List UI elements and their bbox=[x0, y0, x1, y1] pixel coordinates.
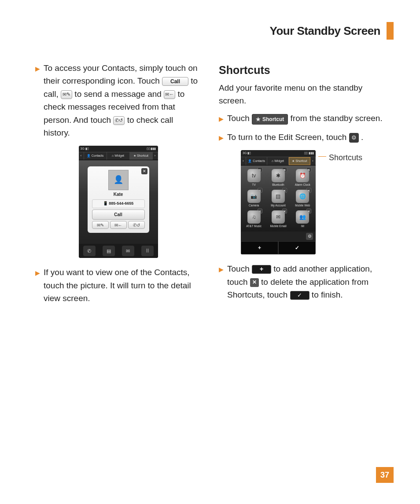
tab-shortcut[interactable]: ★Shortcut bbox=[130, 152, 153, 160]
bullet-text: To turn to the Edit Screen, touch ⚙ . bbox=[227, 131, 385, 143]
star-icon: ★ bbox=[256, 115, 261, 124]
app-label: Camera bbox=[243, 203, 265, 208]
tab-contacts[interactable]: 👤Contacts bbox=[84, 152, 107, 160]
contact-name: Kate bbox=[90, 191, 147, 198]
shortcut-app-my-account[interactable]: ✕▤My Account bbox=[267, 189, 289, 208]
bullet-arrow-icon: ▶ bbox=[219, 265, 224, 301]
call-history-icon[interactable]: ✆↺ bbox=[113, 116, 125, 125]
phone-tab-bar: ‹ 👤Contacts ⌂Widget ★Shortcut › bbox=[241, 157, 316, 166]
callout-label: Shortcuts bbox=[329, 152, 362, 164]
shortcut-app-bluetooth[interactable]: ✕✱Bluetooth bbox=[267, 168, 289, 187]
dock-calendar-icon[interactable]: ▤ bbox=[103, 246, 115, 256]
tab-arrow-right-icon[interactable]: › bbox=[153, 152, 158, 160]
app-label: TV bbox=[243, 183, 265, 187]
contact-photo[interactable]: 👤 bbox=[108, 170, 129, 190]
shortcuts-intro: Add your favorite menu on the standby sc… bbox=[219, 81, 385, 107]
phone-screenshot-shortcuts: 3G ▮▯ ▯▯ ▮▮▮ ‹ 👤Contacts ⌂Widget ★Shortc… bbox=[241, 150, 316, 254]
shortcut-app-tv[interactable]: ✕tvTV bbox=[243, 168, 265, 187]
plus-icon[interactable]: + bbox=[252, 265, 271, 274]
app-label: Mobile Web bbox=[291, 203, 314, 208]
phone-screenshot-contact: 3G ▮▯ ▯▯ ▮▮▮ ‹ 👤Contacts ⌂Widget ★Shortc… bbox=[79, 146, 158, 258]
bullet-text: Touch ★ Shortcut from the standby screen… bbox=[227, 112, 385, 125]
app-icon: ✱ bbox=[272, 169, 285, 182]
phone-bottom-bar: + ✓ bbox=[241, 241, 316, 255]
shortcut-app-camera[interactable]: ✕📷Camera bbox=[243, 189, 265, 208]
close-icon[interactable]: ✕ bbox=[141, 168, 147, 174]
callout-line bbox=[318, 156, 326, 157]
tab-widget[interactable]: ⌂Widget bbox=[107, 152, 130, 160]
phone-status-bar: 3G ▮▯ ▯▯ ▮▮▮ bbox=[241, 150, 316, 157]
shortcut-app-at-t-music[interactable]: ✕♫AT&T Music bbox=[243, 210, 265, 228]
call-history-icon[interactable]: ✆↺ bbox=[128, 221, 145, 229]
text-fragment: to finish. bbox=[312, 290, 343, 299]
phone-body: ✕tvTV✕✱Bluetooth✕⏰Alarm Clock✕📷Camera✕▤M… bbox=[241, 166, 316, 231]
check-icon[interactable]: ✓ bbox=[290, 291, 309, 300]
content-columns: ▶ To access your Contacts, simply touch … bbox=[35, 62, 385, 311]
tab-shortcut-selected[interactable]: ★Shortcut bbox=[289, 157, 310, 166]
text-fragment: Touch bbox=[227, 114, 252, 123]
received-message-icon[interactable]: ✉← bbox=[110, 221, 127, 229]
app-icon: tv bbox=[247, 169, 261, 182]
bullet-touch-shortcut: ▶ Touch ★ Shortcut from the standby scre… bbox=[219, 112, 385, 125]
shortcut-grid: ✕tvTV✕✱Bluetooth✕⏰Alarm Clock✕📷Camera✕▤M… bbox=[243, 168, 314, 228]
right-column: Shortcuts Add your favorite menu on the … bbox=[219, 62, 385, 311]
shortcut-app-mobile-email[interactable]: ✕✉Mobile Email bbox=[267, 210, 289, 228]
bullet-edit-screen: ▶ To turn to the Edit Screen, touch ⚙ . bbox=[219, 131, 385, 143]
bullet-text: Touch + to add another application, touc… bbox=[227, 262, 385, 301]
dock-message-icon[interactable]: ✉ bbox=[122, 246, 134, 256]
app-label: My Account bbox=[267, 203, 289, 208]
shortcuts-heading: Shortcuts bbox=[219, 62, 385, 79]
gear-icon[interactable]: ⚙ bbox=[349, 133, 359, 143]
bullet-add-delete-finish: ▶ Touch + to add another application, to… bbox=[219, 262, 385, 301]
page-title: Your Standby Screen bbox=[269, 24, 380, 38]
phone-screenshot-shortcuts-wrap: 3G ▮▯ ▯▯ ▮▮▮ ‹ 👤Contacts ⌂Widget ★Shortc… bbox=[241, 150, 385, 254]
shortcut-app-mobile-web[interactable]: ✕🌐Mobile Web bbox=[291, 189, 314, 208]
contact-number: 📱 885-544-6655 bbox=[92, 199, 145, 208]
app-icon: ⏰ bbox=[296, 169, 309, 182]
send-message-icon[interactable]: ✉✎ bbox=[92, 221, 109, 229]
text-fragment: from the standby screen. bbox=[291, 114, 383, 123]
call-button-inline[interactable]: Call bbox=[162, 77, 188, 86]
tab-contacts[interactable]: 👤Contacts bbox=[246, 157, 267, 166]
add-button[interactable]: + bbox=[241, 241, 278, 255]
app-icon: 📷 bbox=[247, 190, 261, 203]
left-column: ▶ To access your Contacts, simply touch … bbox=[35, 62, 201, 311]
contact-call-button[interactable]: Call bbox=[92, 210, 145, 220]
app-icon: ♫ bbox=[247, 210, 261, 224]
bullet-contacts-access: ▶ To access your Contacts, simply touch … bbox=[35, 62, 201, 140]
phone-status-bar: 3G ▮▯ ▯▯ ▮▮▮ bbox=[79, 146, 158, 152]
tab-arrow-left-icon[interactable]: ‹ bbox=[241, 157, 246, 166]
status-left: 3G ▮▯ bbox=[81, 147, 89, 151]
text-fragment: To turn to the Edit Screen, touch bbox=[227, 132, 349, 142]
phone-tab-bar: ‹ 👤Contacts ⌂Widget ★Shortcut › bbox=[79, 152, 158, 160]
shortcut-tab-button[interactable]: ★ Shortcut bbox=[252, 114, 288, 125]
contact-card: ✕ 👤 Kate 📱 885-544-6655 Call ✉✎ ✉← ✆↺ bbox=[88, 166, 149, 233]
tab-widget[interactable]: ⌂Widget bbox=[267, 157, 288, 166]
shortcut-app-im[interactable]: ✕👥IM bbox=[291, 210, 314, 228]
bullet-arrow-icon: ▶ bbox=[219, 133, 224, 143]
done-button[interactable]: ✓ bbox=[278, 241, 316, 255]
send-message-icon[interactable]: ✉✎ bbox=[61, 90, 72, 99]
delete-x-icon[interactable]: ✕ bbox=[250, 278, 259, 287]
app-label: Mobile Email bbox=[267, 224, 289, 228]
received-message-icon[interactable]: ✉← bbox=[164, 90, 175, 99]
gear-row: ⚙ bbox=[241, 232, 316, 241]
tab-arrow-right-icon[interactable]: › bbox=[310, 157, 316, 166]
bullet-arrow-icon: ▶ bbox=[219, 114, 224, 125]
gear-icon[interactable]: ⚙ bbox=[306, 233, 313, 240]
shortcut-app-alarm-clock[interactable]: ✕⏰Alarm Clock bbox=[291, 168, 314, 187]
phone-dock: ✆ ▤ ✉ ⠿ bbox=[79, 244, 158, 258]
app-icon: 🌐 bbox=[296, 190, 309, 203]
dock-phone-icon[interactable]: ✆ bbox=[83, 246, 96, 256]
status-left: 3G ▮▯ bbox=[243, 151, 251, 156]
status-right: ▯▯ ▮▮▮ bbox=[147, 147, 156, 151]
page-number: 37 bbox=[376, 467, 394, 483]
text-fragment: . bbox=[361, 132, 363, 142]
phone-body: ✕ 👤 Kate 📱 885-544-6655 Call ✉✎ ✉← ✆↺ bbox=[79, 160, 158, 244]
app-label: IM bbox=[291, 224, 314, 228]
dock-apps-icon[interactable]: ⠿ bbox=[141, 246, 154, 256]
header-accent-bar bbox=[387, 22, 394, 40]
status-right: ▯▯ ▮▮▮ bbox=[304, 151, 314, 156]
tab-arrow-left-icon[interactable]: ‹ bbox=[79, 152, 84, 160]
bullet-view-contact: ▶ If you want to view one of the Contact… bbox=[35, 266, 201, 305]
